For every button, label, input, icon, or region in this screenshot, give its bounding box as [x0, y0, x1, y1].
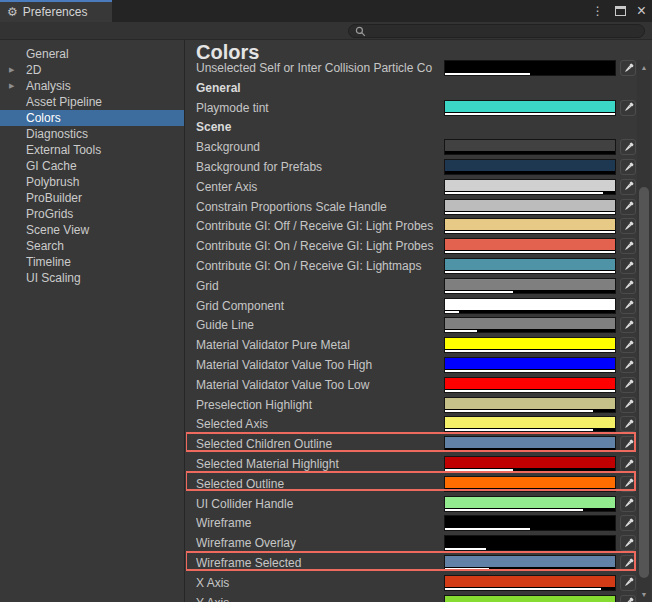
search-box[interactable]: [348, 24, 645, 38]
eyedropper-button[interactable]: [620, 238, 636, 254]
eyedropper-button[interactable]: [620, 515, 636, 531]
search-input[interactable]: [370, 25, 638, 37]
color-swatch[interactable]: [444, 397, 616, 413]
scrollbar[interactable]: ▲ ▼: [637, 60, 651, 602]
color-row-label: Wireframe Selected: [196, 553, 442, 573]
alpha-bar: [445, 291, 513, 293]
color-swatch[interactable]: [444, 159, 616, 175]
color-swatch[interactable]: [444, 298, 616, 314]
color-swatch[interactable]: [444, 238, 616, 254]
color-row-label: Center Axis: [196, 177, 442, 197]
window-title: Preferences: [23, 5, 88, 19]
eyedropper-button[interactable]: [620, 476, 636, 492]
sidebar-item-scene-view[interactable]: Scene View: [0, 222, 184, 238]
toolbar: [0, 22, 652, 40]
color-swatch[interactable]: [444, 535, 616, 551]
color-swatch[interactable]: [444, 515, 616, 531]
maximize-icon[interactable]: [615, 5, 626, 18]
expand-triangle-icon[interactable]: ▶: [9, 78, 14, 94]
alpha-strip: [445, 547, 615, 550]
color-swatch[interactable]: [444, 218, 616, 234]
color-swatch-fill: [445, 180, 615, 191]
sidebar-item-2d[interactable]: ▶2D: [0, 62, 184, 78]
sidebar-item-progrids[interactable]: ProGrids: [0, 206, 184, 222]
eyedropper-button[interactable]: [620, 100, 636, 116]
sidebar-item-analysis[interactable]: ▶Analysis: [0, 78, 184, 94]
color-swatch[interactable]: [444, 258, 616, 274]
eyedropper-button[interactable]: [620, 139, 636, 155]
kebab-menu-icon[interactable]: ⋮: [592, 5, 604, 17]
eyedropper-button[interactable]: [620, 317, 636, 333]
eyedropper-button[interactable]: [620, 416, 636, 432]
color-swatch[interactable]: [444, 456, 616, 472]
eyedropper-icon: [622, 101, 635, 114]
eyedropper-button[interactable]: [620, 595, 636, 602]
eyedropper-button[interactable]: [620, 199, 636, 215]
color-swatch[interactable]: [444, 357, 616, 373]
alpha-strip: [445, 488, 615, 491]
alpha-bar: [445, 548, 486, 550]
alpha-bar: [445, 429, 593, 431]
scrollbar-thumb[interactable]: [639, 187, 649, 578]
color-swatch[interactable]: [444, 476, 616, 492]
color-swatch[interactable]: [444, 416, 616, 432]
color-swatch[interactable]: [444, 555, 616, 571]
sidebar-item-probuilder[interactable]: ProBuilder: [0, 190, 184, 206]
color-swatch[interactable]: [444, 199, 616, 215]
color-swatch[interactable]: [444, 100, 616, 116]
sidebar-item-colors[interactable]: Colors: [0, 110, 184, 126]
sidebar-item-general[interactable]: General: [0, 46, 184, 62]
sidebar-item-ui-scaling[interactable]: UI Scaling: [0, 270, 184, 286]
sidebar-item-asset-pipeline[interactable]: Asset Pipeline: [0, 94, 184, 110]
eyedropper-icon: [622, 438, 635, 451]
eyedropper-button[interactable]: [620, 496, 636, 512]
color-row-label: Material Validator Value Too Low: [196, 375, 442, 395]
eyedropper-button[interactable]: [620, 278, 636, 294]
color-swatch-fill: [445, 299, 615, 310]
color-swatch[interactable]: [444, 337, 616, 353]
sidebar-item-search[interactable]: Search: [0, 238, 184, 254]
color-swatch[interactable]: [444, 436, 616, 452]
scroll-down-icon[interactable]: ▼: [637, 591, 651, 598]
window-tab-preferences[interactable]: ⚙ Preferences: [0, 0, 112, 22]
color-swatch[interactable]: [444, 139, 616, 155]
eyedropper-button[interactable]: [620, 60, 636, 76]
sidebar-item-timeline[interactable]: Timeline: [0, 254, 184, 270]
eyedropper-button[interactable]: [620, 555, 636, 571]
eyedropper-button[interactable]: [620, 535, 636, 551]
sidebar-item-external-tools[interactable]: External Tools: [0, 142, 184, 158]
color-swatch[interactable]: [444, 179, 616, 195]
eyedropper-button[interactable]: [620, 397, 636, 413]
close-icon[interactable]: ×: [637, 3, 646, 19]
eyedropper-button[interactable]: [620, 377, 636, 393]
section-label: General: [196, 78, 496, 98]
color-swatch-fill: [445, 239, 615, 250]
scroll-up-icon[interactable]: ▲: [637, 64, 651, 71]
eyedropper-button[interactable]: [620, 357, 636, 373]
expand-triangle-icon[interactable]: ▶: [9, 62, 14, 78]
color-row-label: Wireframe: [196, 513, 442, 533]
eyedropper-button[interactable]: [620, 258, 636, 274]
eyedropper-button[interactable]: [620, 159, 636, 175]
eyedropper-button[interactable]: [620, 337, 636, 353]
sidebar-item-polybrush[interactable]: Polybrush: [0, 174, 184, 190]
color-swatch[interactable]: [444, 575, 616, 591]
eyedropper-button[interactable]: [620, 179, 636, 195]
color-row-label: Selected Axis: [196, 414, 442, 434]
eyedropper-button[interactable]: [620, 218, 636, 234]
color-row-label: Background: [196, 137, 442, 157]
color-swatch[interactable]: [444, 496, 616, 512]
color-swatch[interactable]: [444, 317, 616, 333]
eyedropper-button[interactable]: [620, 298, 636, 314]
color-row: Selected Children Outline: [186, 434, 652, 454]
eyedropper-button[interactable]: [620, 456, 636, 472]
sidebar-item-diagnostics[interactable]: Diagnostics: [0, 126, 184, 142]
sidebar-item-gi-cache[interactable]: GI Cache: [0, 158, 184, 174]
color-swatch[interactable]: [444, 595, 616, 602]
color-swatch[interactable]: [444, 377, 616, 393]
sidebar-item-label: 2D: [26, 63, 41, 77]
eyedropper-button[interactable]: [620, 575, 636, 591]
color-swatch[interactable]: [444, 278, 616, 294]
eyedropper-button[interactable]: [620, 436, 636, 452]
color-swatch[interactable]: [444, 60, 616, 76]
